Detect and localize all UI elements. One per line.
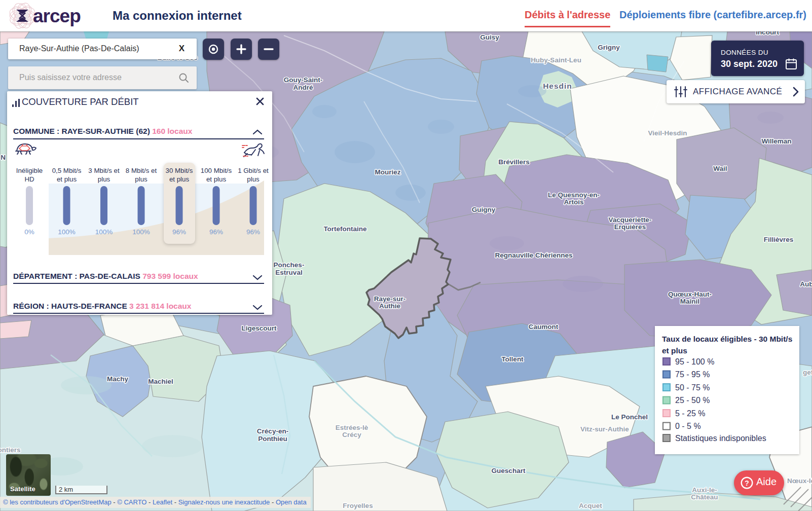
svg-text:Ligescourt: Ligescourt (241, 324, 277, 332)
svg-text:Ponches-: Ponches- (274, 261, 305, 269)
svg-text:Estrées-lè: Estrées-lè (336, 424, 368, 431)
svg-text:N: N (1, 154, 6, 161)
svg-text:0 - 5 %: 0 - 5 % (675, 422, 701, 430)
svg-text:Wail: Wail (713, 165, 727, 172)
svg-text:Vieil-Hesdin: Vieil-Hesdin (648, 129, 687, 137)
svg-text:Le Quesnoy-en-: Le Quesnoy-en- (548, 191, 600, 199)
svg-text:?: ? (745, 479, 749, 487)
svg-text:Crécy: Crécy (342, 431, 361, 439)
svg-text:Quœux-Haut-: Quœux-Haut- (668, 290, 712, 298)
svg-text:Acquet: Acquet (579, 502, 602, 509)
svg-text:Brévillers: Brévillers (498, 158, 530, 166)
svg-text:arcep: arcep (33, 6, 81, 26)
svg-text:Erquières: Erquières (614, 223, 646, 231)
svg-text:Caumont: Caumont (529, 323, 559, 331)
svg-text:Regnauville Chériennes: Regnauville Chériennes (495, 251, 572, 259)
svg-text:96%: 96% (246, 228, 260, 236)
svg-text:Hesdin: Hesdin (543, 82, 572, 90)
svg-text:5 - 25 %: 5 - 25 % (675, 409, 706, 418)
svg-text:96%: 96% (209, 228, 223, 236)
svg-text:Tollent: Tollent (501, 355, 524, 363)
svg-text:Inéligible: Inéligible (16, 167, 43, 174)
svg-text:plus: plus (247, 175, 260, 183)
svg-text:Aubr: Aubr (800, 280, 812, 288)
svg-text:100%: 100% (132, 228, 150, 236)
svg-text:Le Ponchel: Le Ponchel (611, 413, 648, 421)
svg-text:0%: 0% (24, 228, 34, 236)
svg-text:Guisy: Guisy (480, 33, 499, 41)
svg-text:8 Mbit/s et: 8 Mbit/s et (126, 167, 157, 174)
svg-text:t-Montiers: t-Montiers (0, 446, 21, 454)
svg-text:25 - 50 %: 25 - 50 % (675, 396, 710, 405)
svg-text:50 - 75 %: 50 - 75 % (675, 383, 710, 392)
svg-text:Willeman: Willeman (761, 137, 791, 145)
svg-text:1 Gbit/s et: 1 Gbit/s et (238, 167, 269, 174)
svg-text:Machy: Machy (107, 375, 129, 383)
svg-text:Machiel: Machiel (148, 378, 173, 385)
svg-text:et plus: et plus (206, 175, 227, 183)
svg-text:3 Mbit/s et: 3 Mbit/s et (88, 167, 120, 174)
svg-text:Mouriez: Mouriez (375, 168, 400, 176)
svg-text:gefa: gefa (803, 369, 812, 376)
svg-text:100%: 100% (58, 228, 76, 236)
svg-text:95 - 100 %: 95 - 100 % (675, 357, 714, 366)
svg-text:plus: plus (98, 175, 110, 183)
svg-text:0,5 Mbit/s: 0,5 Mbit/s (52, 167, 82, 174)
svg-text:Fillièvres: Fillièvres (764, 236, 794, 243)
svg-text:et plus: et plus (57, 175, 77, 183)
svg-text:30 Mbit/s: 30 Mbit/s (166, 167, 193, 174)
svg-text:André: André (293, 84, 313, 91)
svg-text:Estruval: Estruval (275, 269, 302, 276)
svg-text:Vacqueriette-: Vacqueriette- (609, 216, 652, 224)
svg-text:Authie: Authie (379, 302, 400, 310)
svg-text:Raye-sur-: Raye-sur- (374, 295, 405, 303)
svg-text:plus: plus (135, 175, 147, 183)
svg-text:96%: 96% (172, 228, 186, 236)
svg-text:Auxi-le-: Auxi-le- (692, 486, 717, 494)
svg-text:75 - 95 %: 75 - 95 % (675, 370, 710, 379)
svg-text:Gueschart: Gueschart (492, 467, 526, 474)
svg-text:Crécy-en-: Crécy-en- (257, 427, 288, 435)
svg-text:Artois: Artois (564, 198, 583, 206)
svg-text:HD: HD (24, 175, 34, 183)
svg-text:Guigny: Guigny (472, 206, 496, 213)
svg-text:Nœux-lè: Nœux-lè (787, 477, 812, 485)
svg-text:et plus: et plus (169, 175, 190, 183)
svg-text:Huby-Saint-Leu: Huby-Saint-Leu (531, 56, 581, 64)
svg-text:100 Mbit/s: 100 Mbit/s (201, 167, 232, 174)
svg-text:Maînil: Maînil (680, 298, 699, 305)
svg-text:Ponthieu: Ponthieu (258, 435, 287, 443)
svg-text:Statistiques indisponibles: Statistiques indisponibles (675, 434, 766, 443)
svg-text:Gouy-Saint-: Gouy-Saint- (284, 76, 323, 84)
svg-text:Tortefontaine: Tortefontaine (323, 225, 367, 233)
svg-text:Grigny: Grigny (598, 44, 620, 51)
svg-text:Vitz-sur-Authie: Vitz-sur-Authie (580, 425, 629, 433)
svg-text:100%: 100% (95, 228, 113, 236)
svg-text:Château: Château (691, 493, 718, 501)
svg-text:Froyelles: Froyelles (343, 502, 373, 509)
